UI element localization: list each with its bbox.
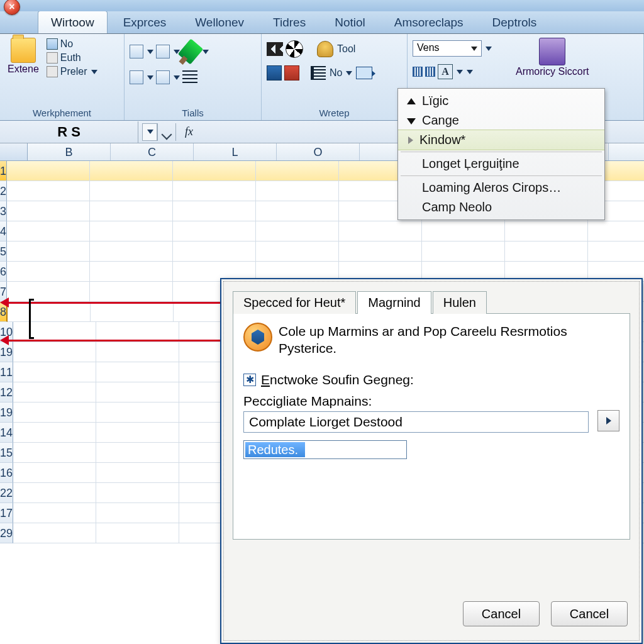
- vens-select[interactable]: Vens: [413, 40, 482, 57]
- tab-tidres[interactable]: Tidres: [260, 11, 319, 33]
- dropdown-item-loaming[interactable]: Loaming Aleros Cirops…: [398, 178, 604, 197]
- row-header[interactable]: 14: [0, 423, 13, 443]
- cell[interactable]: [7, 201, 90, 221]
- cell[interactable]: [8, 302, 91, 322]
- preler-button[interactable]: Preler: [45, 65, 99, 78]
- cancel-button-2[interactable]: Cancel: [551, 601, 628, 626]
- option-icon-2[interactable]: [425, 67, 435, 77]
- cell[interactable]: [90, 262, 173, 282]
- cell[interactable]: [256, 242, 339, 262]
- col-header[interactable]: O: [277, 143, 360, 160]
- cell[interactable]: [173, 181, 256, 201]
- cell[interactable]: [7, 282, 90, 302]
- tab-amsoreclaps[interactable]: Amsoreclaps: [381, 11, 477, 33]
- cell[interactable]: [13, 402, 96, 423]
- dropdown-item-cange[interactable]: Cange: [398, 111, 604, 130]
- cell[interactable]: [588, 242, 644, 262]
- tool-button[interactable]: Tool: [336, 43, 357, 55]
- cancel-button-1[interactable]: Cancel: [463, 601, 540, 626]
- cell[interactable]: [7, 161, 90, 181]
- dialog-tab-specced[interactable]: Specced for Heut*: [233, 291, 356, 314]
- cell[interactable]: [96, 503, 179, 523]
- cell[interactable]: [90, 161, 173, 181]
- armoricy-button[interactable]: Armoricy Siccort: [513, 36, 591, 79]
- cell[interactable]: [96, 342, 179, 362]
- tab-deptrols[interactable]: Deptrols: [479, 11, 550, 33]
- text-icon[interactable]: A: [438, 64, 453, 79]
- play-button[interactable]: [597, 410, 619, 431]
- fan-icon[interactable]: [286, 40, 303, 58]
- chevron-down-icon[interactable]: [457, 70, 463, 74]
- col-header[interactable]: C: [111, 143, 194, 160]
- cell[interactable]: [7, 221, 90, 242]
- cell[interactable]: [256, 181, 339, 201]
- tab-wirtoow[interactable]: Wirtoow: [38, 11, 108, 33]
- extene-button[interactable]: Extene: [5, 36, 42, 76]
- dropdown-item-ligic[interactable]: Lïgic: [398, 91, 604, 111]
- row-header[interactable]: 2: [0, 181, 7, 201]
- dialog-tab-magrnind[interactable]: Magrnind: [357, 291, 431, 314]
- cell[interactable]: [13, 483, 96, 503]
- cell[interactable]: [90, 242, 173, 262]
- cell[interactable]: [13, 342, 96, 362]
- cell[interactable]: [7, 242, 90, 262]
- cell[interactable]: [96, 402, 179, 423]
- cell[interactable]: [422, 221, 505, 242]
- cell[interactable]: [96, 483, 179, 503]
- cell[interactable]: [7, 262, 90, 282]
- cell[interactable]: [90, 282, 173, 302]
- camera-icon[interactable]: [356, 67, 372, 79]
- name-box[interactable]: R S: [0, 121, 138, 143]
- checkbox[interactable]: ✱: [243, 374, 256, 386]
- cell[interactable]: [13, 463, 96, 483]
- option-icon-1[interactable]: [413, 67, 423, 77]
- dialog-tab-hulen[interactable]: Hulen: [433, 291, 487, 314]
- cell[interactable]: [13, 423, 96, 443]
- fx-label[interactable]: fx: [176, 125, 202, 138]
- row-header[interactable]: 22: [0, 483, 13, 503]
- row-header[interactable]: 5: [0, 242, 7, 262]
- row-header[interactable]: 11: [0, 362, 13, 382]
- cell[interactable]: [13, 503, 96, 523]
- zig-icon[interactable]: [267, 42, 283, 56]
- dropdown-item-longet[interactable]: Longet Ļerguiţine: [398, 154, 604, 174]
- cell[interactable]: [256, 221, 339, 242]
- row-header[interactable]: 12: [0, 382, 13, 402]
- select-all-corner[interactable]: [0, 143, 28, 160]
- row-header[interactable]: 15: [0, 443, 13, 463]
- dropdown-item-kindow[interactable]: Kindow*: [398, 130, 604, 150]
- lines-icon[interactable]: [182, 70, 197, 84]
- cell[interactable]: [13, 382, 96, 402]
- cell[interactable]: [13, 443, 96, 463]
- chevron-down-icon[interactable]: [147, 75, 153, 80]
- tool-icon-1[interactable]: [130, 45, 143, 58]
- cell[interactable]: [96, 382, 179, 402]
- brush-icon[interactable]: [178, 38, 203, 64]
- cell[interactable]: [422, 242, 505, 262]
- dropdown-item-camp[interactable]: Camp Neolo: [398, 197, 604, 217]
- row-header[interactable]: 19: [0, 402, 13, 423]
- tab-exprces[interactable]: Exprces: [110, 11, 180, 33]
- blue-icon[interactable]: [267, 65, 282, 80]
- cell[interactable]: [96, 423, 179, 443]
- align-icon[interactable]: [311, 66, 326, 80]
- cell[interactable]: [173, 201, 256, 221]
- chevron-down-icon[interactable]: [174, 75, 180, 80]
- row-header[interactable]: 6: [0, 262, 7, 282]
- cell[interactable]: [339, 221, 422, 242]
- cell[interactable]: [256, 161, 339, 181]
- formula-expand[interactable]: [157, 123, 176, 141]
- chevron-down-icon[interactable]: [467, 70, 473, 74]
- col-header[interactable]: L: [194, 143, 277, 160]
- cell[interactable]: [90, 201, 173, 221]
- cell[interactable]: [505, 242, 588, 262]
- cell[interactable]: [173, 242, 256, 262]
- chevron-down-icon[interactable]: [203, 50, 209, 54]
- cell[interactable]: [91, 302, 174, 322]
- cell[interactable]: [90, 221, 173, 242]
- tool-icon-4[interactable]: [156, 70, 170, 84]
- redutes-select[interactable]: Redutes.: [243, 440, 407, 459]
- cell[interactable]: [96, 362, 179, 382]
- trophy-icon[interactable]: [317, 41, 333, 57]
- cell[interactable]: [13, 523, 96, 543]
